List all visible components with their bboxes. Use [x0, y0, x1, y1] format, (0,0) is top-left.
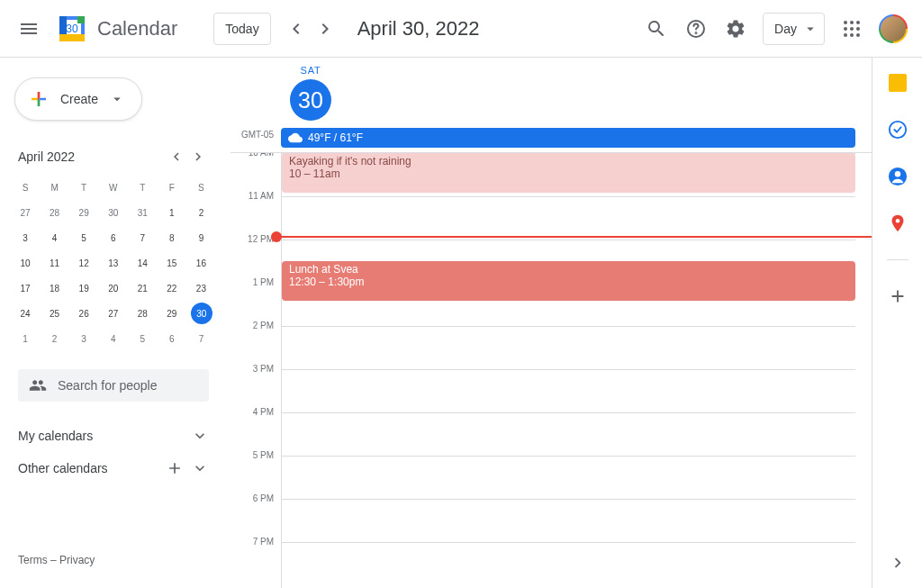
event-title: Lunch at Svea	[289, 263, 848, 276]
mini-day-cell[interactable]: 5	[128, 326, 157, 351]
mini-day-cell[interactable]: 10	[11, 250, 40, 276]
mini-day-cell[interactable]: 13	[99, 250, 128, 276]
hide-panel-button[interactable]	[880, 545, 916, 581]
mini-day-cell[interactable]: 27	[11, 200, 40, 225]
apps-grid-icon	[841, 18, 863, 40]
search-people-input[interactable]: Search for people	[18, 369, 209, 402]
timezone-label: GMT-05	[230, 128, 281, 140]
tasks-icon	[888, 120, 908, 140]
mini-next-month[interactable]	[187, 146, 209, 167]
footer-links[interactable]: Terms – Privacy	[11, 547, 216, 574]
hour-gridline	[282, 456, 855, 499]
calendar-logo-icon: 30	[54, 11, 90, 47]
mini-day-cell[interactable]: 8	[158, 225, 186, 250]
mini-day-cell[interactable]: 25	[41, 301, 69, 326]
svg-point-11	[844, 27, 847, 31]
mini-day-cell[interactable]: 1	[158, 200, 186, 225]
weekday-header: F	[158, 175, 186, 200]
event-time: 12:30 – 1:30pm	[289, 276, 848, 288]
mini-day-cell[interactable]: 24	[11, 301, 40, 326]
mini-day-cell[interactable]: 18	[41, 276, 69, 301]
plus-icon[interactable]	[166, 459, 184, 477]
mini-day-cell[interactable]: 17	[11, 276, 40, 301]
mini-day-cell[interactable]: 20	[99, 276, 128, 301]
mini-day-cell[interactable]: 11	[41, 250, 69, 276]
app-name: Calendar	[97, 17, 177, 41]
now-indicator	[276, 236, 872, 238]
mini-day-cell[interactable]: 31	[128, 200, 157, 225]
help-icon	[685, 18, 707, 40]
mini-day-cell[interactable]: 2	[186, 200, 215, 225]
hour-label: 10 AM	[230, 153, 281, 191]
mini-day-cell[interactable]: 6	[99, 225, 128, 250]
prev-day-button[interactable]	[282, 14, 311, 43]
event-title: Kayaking if it's not raining	[289, 155, 848, 167]
mini-prev-month[interactable]	[166, 146, 187, 167]
hamburger-icon	[18, 18, 40, 40]
mini-day-cell[interactable]: 6	[158, 326, 186, 351]
mini-day-cell[interactable]: 29	[158, 301, 186, 326]
main-menu-button[interactable]	[7, 7, 50, 50]
app-logo[interactable]: 30 Calendar	[54, 11, 177, 47]
search-icon	[646, 18, 667, 40]
add-addon-button[interactable]	[880, 278, 916, 314]
next-day-button[interactable]	[311, 14, 339, 43]
hour-label: 4 PM	[230, 407, 281, 450]
mini-day-cell[interactable]: 14	[128, 250, 157, 276]
event-lunch[interactable]: Lunch at Svea 12:30 – 1:30pm	[282, 261, 855, 301]
mini-day-cell[interactable]: 9	[186, 225, 215, 250]
people-icon	[29, 376, 47, 394]
view-selector[interactable]: Day	[763, 13, 825, 45]
hour-gridline	[282, 499, 855, 542]
mini-day-cell[interactable]: 28	[41, 200, 69, 225]
maps-button[interactable]	[880, 205, 916, 241]
mini-day-cell[interactable]: 27	[99, 301, 128, 326]
svg-point-12	[850, 27, 854, 31]
mini-day-cell[interactable]: 28	[128, 301, 157, 326]
mini-day-cell[interactable]: 15	[158, 250, 186, 276]
create-button[interactable]: Create	[14, 77, 142, 121]
mini-day-cell[interactable]: 12	[69, 250, 98, 276]
other-calendars-toggle[interactable]: Other calendars	[11, 452, 216, 484]
mini-day-cell[interactable]: 26	[69, 301, 98, 326]
mini-day-cell[interactable]: 4	[99, 326, 128, 351]
events-column[interactable]: Kayaking if it's not raining 10 – 11am L…	[281, 153, 855, 588]
mini-day-cell[interactable]: 30	[99, 200, 128, 225]
current-date-title: April 30, 2022	[357, 17, 637, 41]
weather-chip[interactable]: 49°F / 61°F	[281, 128, 855, 148]
mini-day-cell[interactable]: 2	[41, 326, 69, 351]
mini-day-cell[interactable]: 29	[69, 200, 98, 225]
svg-text:30: 30	[66, 23, 78, 35]
account-avatar[interactable]	[879, 14, 908, 43]
chevron-left-icon	[285, 18, 307, 40]
create-label: Create	[60, 92, 98, 106]
hour-label: 1 PM	[230, 277, 281, 321]
apps-button[interactable]	[834, 11, 870, 47]
mini-day-cell[interactable]: 1	[11, 326, 40, 351]
mini-day-cell[interactable]: 7	[186, 326, 215, 351]
contacts-button[interactable]	[880, 158, 916, 194]
mini-day-cell[interactable]: 30	[191, 303, 212, 324]
today-button[interactable]: Today	[213, 13, 270, 45]
help-button[interactable]	[678, 11, 714, 47]
search-button[interactable]	[638, 11, 674, 47]
mini-day-cell[interactable]: 21	[128, 276, 157, 301]
keep-button[interactable]	[880, 65, 916, 101]
mini-day-cell[interactable]: 16	[186, 250, 215, 276]
tasks-button[interactable]	[880, 112, 916, 148]
mini-day-cell[interactable]: 23	[186, 276, 215, 301]
event-kayaking[interactable]: Kayaking if it's not raining 10 – 11am	[282, 153, 855, 193]
my-calendars-toggle[interactable]: My calendars	[11, 420, 216, 452]
mini-day-cell[interactable]: 22	[158, 276, 186, 301]
mini-day-cell[interactable]: 3	[11, 225, 40, 250]
svg-rect-4	[77, 16, 85, 23]
caret-down-icon	[109, 91, 125, 107]
settings-button[interactable]	[718, 11, 754, 47]
mini-day-cell[interactable]: 3	[69, 326, 98, 351]
mini-day-cell[interactable]: 5	[69, 225, 98, 250]
mini-calendar-grid: SMTWTFS272829303112345678910111213141516…	[11, 175, 216, 351]
mini-day-cell[interactable]: 7	[128, 225, 157, 250]
mini-day-cell[interactable]: 4	[41, 225, 69, 250]
mini-day-cell[interactable]: 19	[69, 276, 98, 301]
day-number[interactable]: 30	[290, 79, 331, 121]
